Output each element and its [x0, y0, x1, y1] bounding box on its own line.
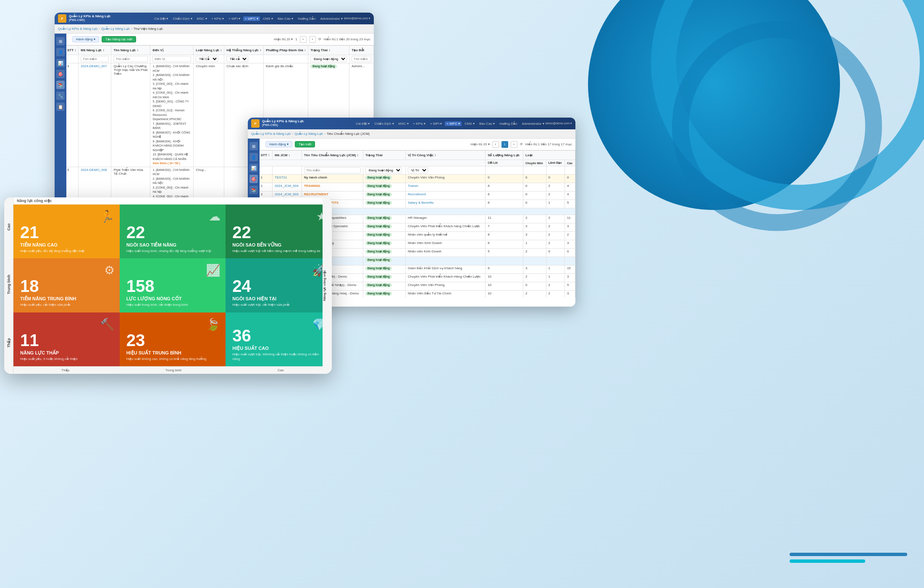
- jcm-filter-trangthai[interactable]: Đang hoạt động: [365, 167, 402, 173]
- col-phuongphap[interactable]: Phương Pháp Đánh Giá ↕: [263, 46, 308, 55]
- btn-tao-nang-luc[interactable]: Tạo Năng lực mới: [102, 36, 136, 42]
- menu-jcm-chiendich[interactable]: Chiến Dịch ▾: [373, 121, 395, 126]
- jcm-search-ten[interactable]: [304, 167, 361, 173]
- menu-jcm-wpi[interactable]: « WPI ▾: [428, 121, 444, 126]
- x-label-cao: Cao: [278, 368, 284, 372]
- jcm-col-chuyenmon[interactable]: Chuyên Môn: [523, 160, 546, 166]
- breadcrumb-library: Quản Lý KPIs & Năng Lực › Quản Lý Năng L…: [55, 24, 374, 34]
- prev-page-lib[interactable]: ‹: [300, 36, 307, 43]
- sidebar-icon-5[interactable]: 📚: [56, 81, 65, 89]
- filter-trangthai[interactable]: Đang hoạt động: [310, 56, 347, 62]
- menu-cms[interactable]: CMS ▾: [261, 16, 275, 21]
- search-ma[interactable]: [81, 56, 109, 62]
- sidebar-icon-3[interactable]: 📊: [56, 59, 65, 67]
- col-ten[interactable]: Tên Năng Lực ↕: [111, 46, 150, 55]
- sidebar-icon-4[interactable]: 🎯: [56, 70, 65, 78]
- menu-huongdan[interactable]: Hướng Dẫn: [296, 16, 317, 21]
- cell-hieusuatntrungbinh[interactable]: 🍃 23 HIỆU SUẤT TRUNG BÌNH Hiệu suất khôn…: [120, 312, 226, 366]
- jcm-filter-vitri[interactable]: Vị Trí: [408, 167, 428, 173]
- cell-ngoisao-hientai[interactable]: 🚀 24 NGÔI SAO HIỆN TẠI Hiệu suất vượt tr…: [226, 258, 332, 312]
- search-donvi[interactable]: [152, 56, 191, 62]
- jcm-col-ten[interactable]: Tên Tiêu Chuẩn Năng Lực (JCM) ↕: [302, 151, 363, 160]
- jcm-col-vitri[interactable]: Vị Trí Công Việc ↕: [406, 151, 486, 160]
- col-taoboi[interactable]: Tạo Bởi: [349, 46, 374, 55]
- cell-num-11: 11: [20, 332, 39, 349]
- curr-page-jcm[interactable]: 1: [501, 141, 508, 148]
- menu-msc[interactable]: MSC ▾: [195, 16, 209, 21]
- jcm-sidebar-icon-1[interactable]: ⊞: [249, 142, 258, 150]
- jcm-col-soluong[interactable]: Số Lượng Năng Lực: [486, 151, 523, 160]
- sidebar-icon-7[interactable]: 📋: [56, 102, 65, 111]
- menu-jcm-caidat[interactable]: Cài Đặt ▾: [354, 121, 371, 126]
- admin-email-lib: demo@demo.com ▾: [344, 17, 370, 20]
- actionbar-jcm: ☰ Hành động ▾ Tạo mới Hiện thị 20 ▾ ‹ 1 …: [248, 139, 575, 150]
- jcm-col-cotloi[interactable]: Cốt Lõi: [486, 160, 523, 166]
- sidebar-icon-1[interactable]: ⊞: [56, 37, 65, 45]
- pagination-info-jcm: Hiển thị 1 đến 17 trong 17 mục: [525, 142, 572, 146]
- cell-tiem-nang-cao[interactable]: 🏃 21 TIỀM NĂNG CAO Hiệu suất yếu, tốc độ…: [13, 205, 120, 258]
- x-label-trung: Trung bình: [165, 368, 181, 372]
- col-donvi[interactable]: Đơn Vị: [150, 46, 194, 55]
- topbar-jcm: P Quản Lý KPIs & Năng Lực(PMS-CMS) Cài Đ…: [248, 118, 575, 129]
- menu-baocao[interactable]: Báo Cáo ▾: [276, 16, 295, 21]
- next-page-lib[interactable]: ›: [309, 36, 316, 43]
- page-size-lib: Hiện thị 20 ▾: [274, 37, 293, 41]
- menu-wpc[interactable]: « WPC ▾: [243, 16, 260, 21]
- menu-caidat[interactable]: Cài Đặt ▾: [152, 16, 170, 21]
- reload-lib[interactable]: ⟳: [318, 37, 321, 41]
- breadcrumb-jcm-2[interactable]: Quản Lý Năng Lực: [294, 132, 323, 136]
- admin-email-jcm: demo@demo.com ▾: [546, 122, 572, 125]
- jcm-col-stt[interactable]: STT ↕: [258, 151, 272, 160]
- menu-jcm-wpc[interactable]: « WPC ▾: [445, 121, 462, 126]
- cell-lucluong-nongcot[interactable]: 📈 158 LỰC LƯỢNG NÒNG CỐT Hiệu suất trung…: [120, 258, 226, 312]
- prev-page-jcm[interactable]: ‹: [492, 141, 499, 148]
- menu-jcm-baocao[interactable]: Báo Cáo ▾: [478, 121, 496, 126]
- jcm-sidebar-icon-5[interactable]: 📚: [249, 186, 258, 194]
- jcm-sidebar-icon-2[interactable]: 👤: [249, 153, 258, 161]
- cell-desc-21: Hiệu suất yếu, tốc độ tăng trưởng đặc bi…: [20, 249, 84, 253]
- cell-ngoisao-tiemnang[interactable]: ☁ 22 NGÔI SAO TIỀM NĂNG Hiệu suất trung …: [120, 205, 226, 258]
- menu-kpis[interactable]: « KPIs ▾: [210, 16, 226, 21]
- menu-jcm-msc[interactable]: MSC ▾: [397, 121, 410, 126]
- jcm-col-cao[interactable]: Cao: [564, 160, 575, 166]
- menu-chiendich[interactable]: Chiến Dịch ▾: [171, 16, 194, 21]
- reload-jcm[interactable]: ⟳: [520, 142, 523, 146]
- jcm-sidebar-icon-4[interactable]: 🎯: [249, 175, 258, 183]
- menu-jcm-kpis[interactable]: « KPIs ▾: [412, 121, 428, 126]
- jcm-col-ma[interactable]: Mã JCM ↕: [273, 151, 302, 160]
- cell-desc-158: Hiệu suất trung bình, cải thiện trung bì…: [126, 303, 188, 307]
- search-ten[interactable]: [113, 56, 148, 62]
- cell-desc-18: Hiệu suất yếu, cải thiện vừa phải: [20, 303, 70, 307]
- jcm-col-type: Loại: [523, 151, 575, 160]
- cell-title-23: HIỆU SUẤT TRUNG BÌNH: [126, 350, 181, 356]
- sidebar-icon-2[interactable]: 👤: [56, 48, 65, 56]
- jcm-col-trangthai[interactable]: Trạng Thái: [363, 151, 405, 160]
- menu-jcm-cms[interactable]: CMS ▾: [463, 121, 476, 126]
- sidebar-icon-6[interactable]: 🔧: [56, 92, 65, 100]
- cell-title-158: LỰC LƯỢNG NÒNG CỐT: [126, 296, 182, 302]
- next-page-jcm[interactable]: ›: [511, 141, 517, 148]
- cell-tiemnang-trungbinh[interactable]: ⚙ 18 TIỀM NĂNG TRUNG BÌNH Hiệu suất yếu,…: [13, 258, 120, 312]
- cell-nangluc-thap[interactable]: 🔨 11 NĂNG LỰC THẤP Hiệu suất yếu, ít hoặ…: [13, 312, 120, 366]
- menu-jcm-huongdan[interactable]: Hướng Dẫn: [498, 121, 519, 126]
- col-stt[interactable]: STT ↕: [65, 46, 79, 55]
- menu-wpi[interactable]: « WPI ▾: [227, 16, 242, 21]
- btn-hanh-dong[interactable]: Hành động ▾: [72, 36, 99, 42]
- cell-hieusuat-cao[interactable]: 💎 36 HIỆU SUẤT CAO Hiệu suất vượt trội, …: [226, 312, 332, 366]
- col-loai[interactable]: Loại Năng Lực ↕: [194, 46, 224, 55]
- table-row: 1 TEST21 Ny hành chính Đang hoạt động Ch…: [248, 175, 575, 183]
- breadcrumb-item-1[interactable]: Quản Lý KPIs & Năng Lực: [58, 27, 98, 31]
- col-hethong[interactable]: Hệ Thống Năng Lực ↕: [224, 46, 264, 55]
- breadcrumb-item-2[interactable]: Quản Lý Năng Lực: [101, 27, 130, 31]
- breadcrumb-jcm-1[interactable]: Quản Lý KPIs & Năng Lực: [251, 132, 291, 136]
- search-taoboi[interactable]: [352, 56, 371, 62]
- filter-hethong[interactable]: Tất cả: [226, 56, 248, 62]
- filter-loai[interactable]: Tất Cả: [196, 56, 218, 62]
- cell-ngoisao-benvung[interactable]: ★ 22 NGÔI SAO BỀN VỮNG Hiệu suất vượt tr…: [226, 205, 332, 258]
- jcm-sidebar-icon-3[interactable]: 📊: [249, 164, 258, 172]
- btn-tao-moi-jcm[interactable]: Tạo mới: [295, 141, 315, 147]
- col-trangthai[interactable]: Trạng Thái ↕: [308, 46, 349, 55]
- col-ma[interactable]: Mã Năng Lực ↕: [79, 46, 111, 55]
- btn-hanh-dong-jcm[interactable]: Hành động ▾: [265, 141, 292, 147]
- jcm-col-lanhdao[interactable]: Lãnh Đạo: [546, 160, 564, 166]
